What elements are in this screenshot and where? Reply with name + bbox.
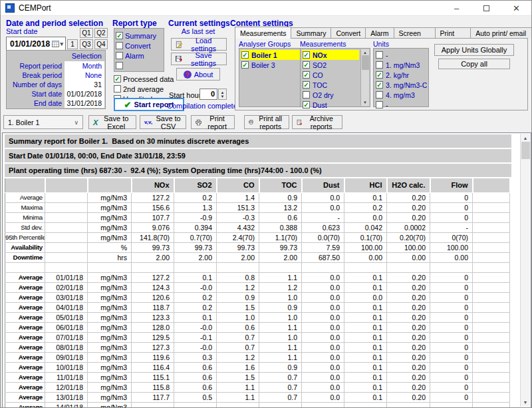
checkbox[interactable] xyxy=(303,91,310,99)
load-settings-button[interactable]: Load settings xyxy=(171,38,227,51)
measurements-scrollbar[interactable]: ▲ ▼ xyxy=(360,49,369,106)
checkbox-option[interactable] xyxy=(116,61,164,71)
list-item[interactable]: - xyxy=(375,50,428,60)
list-item[interactable]: ✓Boiler 1 xyxy=(241,50,306,60)
cell: 1.1 xyxy=(217,392,259,402)
checkbox[interactable]: ✓ xyxy=(303,71,310,79)
list-item[interactable]: ✓SO2 xyxy=(302,60,360,70)
checkbox[interactable]: ✓ xyxy=(303,81,310,89)
tab-print-output[interactable]: Print output xyxy=(435,27,471,39)
checkbox-option[interactable]: 2nd average xyxy=(114,84,174,94)
cell: 116.4 xyxy=(132,362,174,372)
print-report-button[interactable]: Print report xyxy=(191,115,235,129)
checkbox[interactable] xyxy=(376,101,383,108)
cell xyxy=(45,212,88,222)
checkbox[interactable] xyxy=(116,42,123,49)
checkbox[interactable] xyxy=(376,91,383,99)
list-item[interactable]: ✓3. mg/Nm3-C xyxy=(375,80,428,90)
start-date-input[interactable]: 01/01/2018 ▾ xyxy=(6,37,66,51)
list-item[interactable]: ✓TOC xyxy=(302,80,360,90)
start-hour-input[interactable]: 0 xyxy=(200,89,217,100)
cell xyxy=(473,382,510,392)
cell: 0 xyxy=(430,282,473,292)
archive-reports-button[interactable]: Archive reports xyxy=(292,115,342,129)
q1-button[interactable]: Q1 xyxy=(80,28,93,38)
checkbox[interactable] xyxy=(116,62,123,69)
cell: mg/Nm3 xyxy=(88,332,132,342)
row-label: Downtime xyxy=(5,252,45,262)
print-all-reports-button[interactable]: Print all reports xyxy=(244,115,289,129)
cell: 0.1 xyxy=(344,332,387,342)
selection-label: Report period xyxy=(7,61,65,71)
checkbox[interactable]: ✓ xyxy=(116,32,123,39)
close-button[interactable]: ✕ xyxy=(501,1,531,15)
checkbox[interactable]: ✓ xyxy=(376,71,383,79)
checkbox[interactable] xyxy=(114,85,121,93)
cell: 1.5 xyxy=(217,372,259,382)
checkbox-option[interactable]: Convert xyxy=(116,41,164,51)
list-item[interactable]: 4. mg/m3 xyxy=(375,90,428,100)
scroll-up-icon[interactable]: ▲ xyxy=(523,136,528,140)
save-to-excel-button[interactable]: X Save to Excel xyxy=(88,115,136,129)
save-to-csv-button[interactable]: v,v, Save to CSV xyxy=(140,115,186,129)
selection-row: Number of days31 xyxy=(7,80,104,89)
list-item[interactable]: O2 dry xyxy=(302,90,360,100)
cell xyxy=(45,252,88,262)
list-item[interactable]: 1. mg/Nm3 xyxy=(375,60,428,70)
checkbox[interactable] xyxy=(116,52,123,59)
report-scrollbar[interactable]: ▲ ▼ xyxy=(520,134,530,407)
maximize-button[interactable] xyxy=(471,1,501,15)
tab-auto-print-email-log-in[interactable]: Auto print/ email /log in xyxy=(470,27,532,39)
save-settings-button[interactable]: Save settings xyxy=(171,53,227,65)
checkbox[interactable]: ✓ xyxy=(114,75,121,83)
copy-all-button[interactable]: Copy all xyxy=(438,59,510,69)
list-item[interactable]: ✓2. kg/hr xyxy=(375,70,428,80)
calendar-dropdown[interactable]: ▾ xyxy=(52,40,63,47)
list-item[interactable]: ✓NOx xyxy=(302,50,359,60)
list-item[interactable]: ✓Dust xyxy=(302,100,360,110)
minimize-button[interactable]: – xyxy=(442,1,471,15)
tab-summary[interactable]: Summary xyxy=(291,27,331,39)
tab-alarm[interactable]: Alarm xyxy=(365,27,394,39)
checkbox[interactable]: ✓ xyxy=(303,101,310,108)
scroll-down-icon[interactable]: ▼ xyxy=(523,400,528,405)
checkbox-option[interactable]: ✓Summary xyxy=(116,31,164,41)
apply-units-button[interactable]: Apply Units Globally xyxy=(434,44,514,56)
q3-button[interactable]: Q3 xyxy=(80,39,93,49)
scroll-up-icon[interactable]: ▲ xyxy=(363,51,367,55)
checkbox[interactable] xyxy=(376,61,383,69)
checkbox[interactable]: ✓ xyxy=(303,61,310,69)
report-header-line: Summary report for Boiler 1. Based on 30… xyxy=(5,134,511,148)
list-item[interactable]: ✓CO xyxy=(302,70,360,80)
period-1-button[interactable]: 1 xyxy=(67,39,78,49)
checkbox-option[interactable]: Alarm xyxy=(116,51,164,61)
checkbox[interactable]: ✓ xyxy=(303,51,310,59)
cell: 123.3 xyxy=(132,312,174,322)
cell: 1.1 xyxy=(259,352,302,362)
list-item[interactable]: ✓Boiler 3 xyxy=(241,60,307,70)
tab-screen-output[interactable]: Screen output xyxy=(394,27,436,39)
checkbox[interactable] xyxy=(376,51,383,59)
about-button[interactable]: ? About xyxy=(176,68,220,81)
q2-button[interactable]: Q2 xyxy=(94,28,108,38)
scrollbar-thumb[interactable] xyxy=(362,55,369,70)
boiler-select[interactable]: 1. Boiler 1 ∨ xyxy=(3,115,83,129)
tab-measurements[interactable]: Measurements xyxy=(235,27,291,39)
table-row: Average09/01/18mg/Nm3119.60.31.21.10.00.… xyxy=(5,352,510,362)
checkbox[interactable]: ✓ xyxy=(376,81,383,89)
table-row: Downtimehrs2.002.002.002.00687.500.000.0… xyxy=(5,252,510,262)
scroll-down-icon[interactable]: ▼ xyxy=(363,101,367,104)
q4-button[interactable]: Q4 xyxy=(94,39,108,49)
list-item[interactable]: - xyxy=(375,100,428,110)
tab-convert[interactable]: Convert xyxy=(331,27,366,39)
cell: 0.20 xyxy=(387,272,430,282)
checkbox-option[interactable]: ✓Processed data xyxy=(114,74,174,84)
scrollbar-thumb[interactable] xyxy=(521,142,530,159)
checkbox[interactable]: ✓ xyxy=(241,51,249,59)
start-hour-spinner[interactable]: ▲ ▼ xyxy=(218,89,227,100)
checkbox[interactable]: ✓ xyxy=(241,61,249,69)
csv-icon: v,v, xyxy=(144,119,152,125)
cell: 0.20(70) xyxy=(387,232,430,242)
row-label xyxy=(5,262,45,272)
cell: -0.1 xyxy=(174,332,217,342)
